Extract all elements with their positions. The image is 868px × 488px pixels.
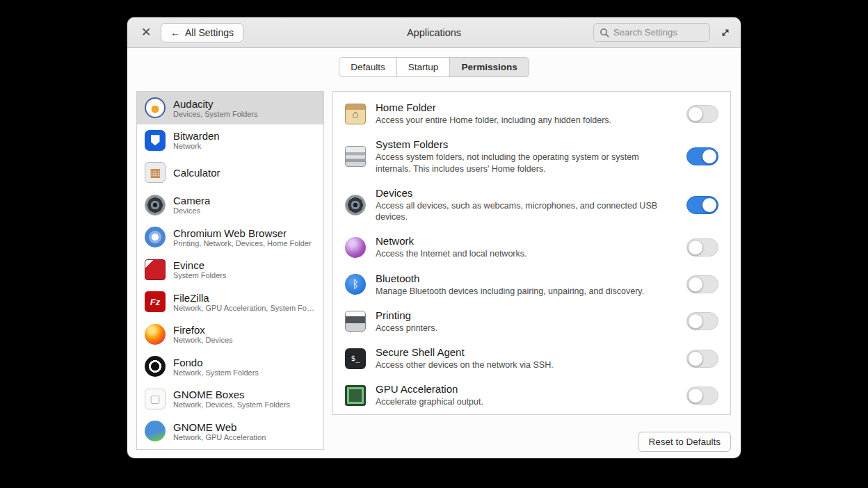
permission-row-home-folder: ⌂ Home Folder Access your entire Home fo… [333, 95, 730, 132]
permission-title: Devices [376, 187, 670, 199]
evince-icon [145, 259, 166, 280]
gpu-icon [345, 385, 366, 406]
permission-row-system-folders: System Folders Access system folders, no… [333, 132, 730, 181]
audacity-icon [145, 97, 166, 118]
permission-description: Manage Bluetooth devices including pairi… [376, 286, 670, 297]
reset-to-defaults-button[interactable]: Reset to Defaults [638, 432, 731, 452]
app-permissions-summary: Network, GPU Acceleration [173, 433, 266, 441]
permission-title: System Folders [376, 138, 670, 150]
tab-startup[interactable]: Startup [397, 57, 451, 77]
toggle-knob [688, 240, 703, 255]
permission-row-bluetooth: ᛒ Bluetooth Manage Bluetooth devices inc… [333, 266, 730, 303]
toggle-home-folder[interactable] [686, 105, 718, 123]
devices-icon [345, 195, 366, 215]
app-item-firefox[interactable]: Firefox Network, Devices [137, 318, 323, 351]
all-settings-button[interactable]: ← All Settings [161, 23, 243, 42]
toggle-knob [702, 197, 717, 213]
gnome-web-icon [145, 421, 166, 441]
app-list: Audacity Devices, System Folders Bitward… [136, 91, 324, 450]
permissions-panel: ⌂ Home Folder Access your entire Home fo… [332, 91, 731, 415]
app-permissions-summary: Network, Devices, System Folders [173, 400, 290, 409]
app-permissions-summary: Devices [173, 206, 210, 215]
gnome-boxes-icon: ▢ [145, 389, 166, 409]
app-name: Calculator [173, 167, 220, 179]
permission-row-gpu-acceleration: GPU Acceleration Accelerate graphical ou… [333, 377, 730, 414]
search-icon [600, 28, 609, 38]
toggle-bluetooth[interactable] [686, 275, 718, 293]
toggle-knob [688, 314, 703, 329]
permission-title: Bluetooth [376, 273, 670, 284]
app-item-filezilla[interactable]: Fz FileZilla Network, GPU Acceleration, … [137, 286, 323, 318]
app-item-audacity[interactable]: Audacity Devices, System Folders [137, 92, 323, 124]
calculator-icon: ▦ [145, 162, 166, 183]
permission-description: Access the Internet and local networks. [376, 248, 670, 259]
app-item-bitwarden[interactable]: Bitwarden Network [137, 124, 323, 157]
close-button[interactable]: ✕ [137, 24, 155, 42]
home-folder-icon: ⌂ [345, 104, 366, 124]
toggle-system-folders[interactable] [686, 147, 718, 165]
app-name: Firefox [173, 324, 233, 336]
permission-description: Access system folders, not including the… [376, 152, 670, 174]
toggle-knob [702, 149, 717, 164]
app-permissions-summary: Network [173, 142, 220, 150]
permission-description: Access other devices on the network via … [376, 359, 670, 371]
app-item-gnome-boxes[interactable]: ▢ GNOME Boxes Network, Devices, System F… [137, 383, 323, 416]
permission-description: Access all devices, such as webcams, mic… [376, 200, 670, 223]
app-name: GNOME Web [173, 421, 266, 433]
firefox-icon [145, 324, 166, 345]
search-box[interactable] [593, 23, 710, 42]
settings-window: ✕ ← All Settings Applications DefaultsSt… [127, 17, 741, 458]
app-item-chromium-web-browser[interactable]: Chromium Web Browser Printing, Network, … [137, 221, 323, 254]
chromium-icon [145, 227, 166, 247]
permission-title: Secure Shell Agent [376, 346, 670, 358]
app-permissions-summary: Printing, Network, Devices, Home Folder [173, 239, 312, 247]
permission-title: Home Folder [376, 101, 670, 113]
all-settings-label: All Settings [185, 27, 234, 38]
app-item-fondo[interactable]: Fondo Network, System Folders [137, 350, 323, 383]
app-permissions-summary: Network, GPU Acceleration, System Folder… [173, 304, 316, 312]
fondo-icon [145, 356, 166, 377]
titlebar: ✕ ← All Settings Applications [127, 17, 741, 48]
app-item-evince[interactable]: Evince System Folders [137, 254, 323, 286]
expand-icon [720, 27, 731, 38]
app-permissions-summary: Network, System Folders [173, 368, 259, 377]
expand-button[interactable] [720, 27, 731, 38]
permission-row-printing: Printing Access printers. [333, 303, 730, 340]
bitwarden-icon [145, 130, 166, 151]
tab-switcher: DefaultsStartupPermissions [127, 57, 741, 77]
system-folders-icon [345, 146, 366, 167]
app-permissions-summary: System Folders [173, 271, 226, 279]
toggle-knob [688, 277, 703, 292]
app-item-gnome-web[interactable]: GNOME Web Network, GPU Acceleration [137, 415, 323, 448]
toggle-knob [688, 388, 703, 403]
toggle-network[interactable] [686, 238, 718, 257]
permission-title: Printing [376, 309, 670, 321]
app-name: Chromium Web Browser [173, 227, 312, 239]
tab-defaults[interactable]: Defaults [339, 57, 397, 77]
search-input[interactable] [613, 27, 697, 38]
app-item-camera[interactable]: Camera Devices [137, 189, 323, 222]
app-name: Camera [173, 195, 210, 206]
permission-row-devices: Devices Access all devices, such as webc… [333, 181, 730, 229]
toggle-knob [688, 106, 703, 122]
permission-row-secure-shell-agent: $_ Secure Shell Agent Access other devic… [333, 340, 730, 377]
ssh-icon: $_ [345, 348, 366, 369]
back-arrow-icon: ← [170, 27, 180, 38]
camera-icon [145, 195, 166, 215]
app-name: Evince [173, 259, 226, 271]
toggle-secure-shell-agent[interactable] [686, 350, 718, 368]
permission-description: Accelerate graphical output. [376, 396, 670, 407]
toggle-gpu-acceleration[interactable] [686, 387, 718, 405]
toggle-printing[interactable] [686, 312, 718, 330]
toggle-devices[interactable] [686, 196, 718, 214]
permission-title: GPU Acceleration [376, 383, 670, 395]
app-name: FileZilla [173, 292, 316, 304]
tab-permissions[interactable]: Permissions [450, 57, 529, 77]
app-item-calculator[interactable]: ▦ Calculator [137, 156, 323, 189]
permission-description: Access printers. [376, 323, 670, 334]
printing-icon [345, 311, 366, 332]
bluetooth-icon: ᛒ [345, 274, 366, 295]
app-permissions-summary: Network, Devices [173, 336, 233, 344]
permission-row-network: Network Access the Internet and local ne… [333, 229, 730, 266]
permission-description: Access your entire Home folder, includin… [376, 115, 670, 126]
